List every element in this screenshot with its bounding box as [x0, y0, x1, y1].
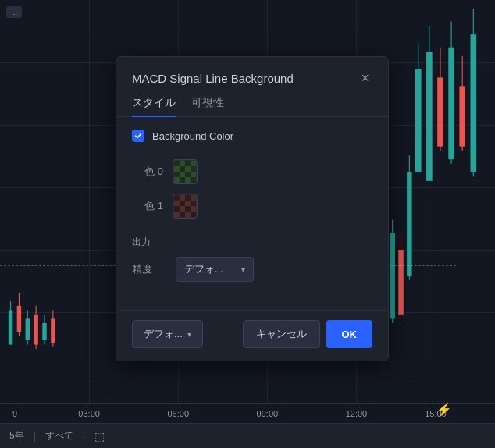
modal-header: MACD Signal Line Background ×: [116, 57, 388, 87]
background-color-checkbox[interactable]: [132, 130, 144, 142]
ok-button[interactable]: OK: [326, 320, 373, 348]
background-color-label: Background Color: [152, 130, 233, 142]
modal-overlay: MACD Signal Line Background × スタイル 可視性 B…: [0, 0, 495, 448]
color-row-1: 色 1: [132, 189, 372, 223]
close-button[interactable]: ×: [358, 69, 372, 87]
color-rows: 色 0 色 1: [132, 155, 372, 223]
tab-style[interactable]: スタイル: [132, 96, 176, 116]
color-1-label: 色 1: [132, 199, 163, 213]
precision-value: デフォ...: [184, 262, 223, 276]
modal-tabs: スタイル 可視性: [116, 96, 388, 117]
cancel-button[interactable]: キャンセル: [243, 320, 320, 348]
background-color-row: Background Color: [132, 130, 372, 142]
color-row-0: 色 0: [132, 155, 372, 189]
color-0-swatch[interactable]: [173, 159, 198, 184]
color-0-label: 色 0: [132, 165, 163, 179]
tab-visibility[interactable]: 可視性: [191, 96, 224, 116]
default-button[interactable]: デフォ... ▾: [132, 320, 203, 348]
precision-dropdown[interactable]: デフォ... ▾: [176, 257, 254, 282]
modal-dialog: MACD Signal Line Background × スタイル 可視性 B…: [116, 56, 389, 361]
output-section-label: 出力: [132, 236, 372, 249]
footer-right: キャンセル OK: [243, 320, 373, 348]
modal-footer: デフォ... ▾ キャンセル OK: [116, 310, 388, 361]
modal-title: MACD Signal Line Background: [132, 72, 294, 85]
color-1-swatch[interactable]: [173, 194, 198, 219]
chevron-down-icon: ▾: [241, 265, 245, 274]
default-button-label: デフォ...: [144, 327, 183, 341]
chevron-down-icon: ▾: [187, 330, 191, 339]
precision-row: 精度 デフォ... ▾: [132, 257, 372, 282]
modal-body: Background Color 色 0 色 1: [116, 117, 388, 310]
precision-label: 精度: [132, 262, 163, 276]
